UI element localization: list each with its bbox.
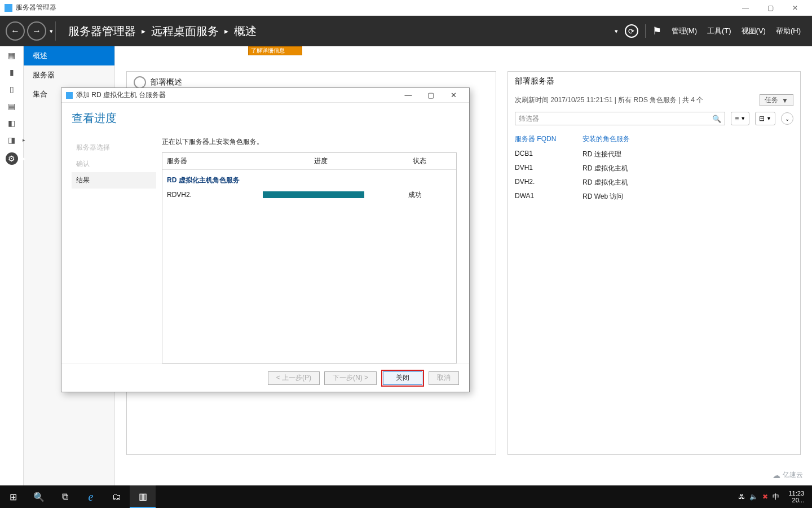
wizard-server-row: RDVH2. 成功 xyxy=(167,189,452,201)
menu-help[interactable]: 帮助(H) xyxy=(776,26,801,36)
taskbar: ⊞ 🔍 ⧉ e 🗂 ▥ 🖧 🔈 ✖ 中 11:2320... xyxy=(0,485,812,508)
expand-icon[interactable]: ⌄ xyxy=(781,112,793,125)
wizard-close-x-button[interactable]: ✕ xyxy=(442,91,465,99)
wizard-status: 成功 xyxy=(378,190,452,200)
table-row[interactable]: DVH1RD 虚拟化主机 xyxy=(515,161,793,176)
wizard-message: 正在以下服务器上安装角色服务。 xyxy=(162,137,457,147)
panel-right-subtitle: 次刷新时间 2017/10/25 11:21:51 | 所有 RDS 角色服务 … xyxy=(515,95,703,105)
wizard-subtitle: 查看进度 xyxy=(61,103,469,132)
header-bar: ← → ▾ 服务器管理器 ▸ 远程桌面服务 ▸ 概述 ▾ ⟳ ⚑ 管理(M) 工… xyxy=(0,16,812,46)
tray-volume-icon[interactable]: 🔈 xyxy=(749,493,758,501)
refresh-icon[interactable]: ⟳ xyxy=(625,24,638,38)
panel-right-title: 部署服务器 xyxy=(515,76,554,86)
notifications-flag-icon[interactable]: ⚑ xyxy=(652,25,661,37)
panel-left-title: 部署概述 xyxy=(151,77,182,87)
crumb-rds[interactable]: 远程桌面服务 xyxy=(151,24,219,39)
header-dropdown-icon[interactable]: ▾ xyxy=(615,28,618,35)
window-title: 服务器管理器 xyxy=(16,3,56,12)
maximize-button[interactable]: ▢ xyxy=(758,0,783,16)
minimize-button[interactable]: — xyxy=(733,0,758,16)
nav-forward-button[interactable]: → xyxy=(27,21,46,41)
table-row[interactable]: DCB1RD 连接代理 xyxy=(515,147,793,161)
rail-selected-icon[interactable]: ⚙▸ xyxy=(6,152,18,165)
header-icons: ▾ ⟳ ⚑ xyxy=(615,24,661,38)
start-button[interactable]: ⊞ xyxy=(0,485,26,508)
wizard-footer: < 上一步(P) 下一步(N) > 关闭 取消 xyxy=(61,364,469,392)
watermark: ☁亿速云 xyxy=(767,467,809,483)
filter-placeholder: 筛选器 xyxy=(519,114,539,124)
menu-tools[interactable]: 工具(T) xyxy=(707,26,731,36)
wiz-col-progress: 进度 xyxy=(258,153,383,169)
wizard-minimize-button[interactable]: — xyxy=(397,91,420,99)
wizard-server-name: RDVH2. xyxy=(167,189,263,201)
rail-file-icon[interactable]: ▤ xyxy=(6,102,17,111)
rail-local-icon[interactable]: ▮ xyxy=(6,68,17,77)
crumb-overview[interactable]: 概述 xyxy=(234,24,257,39)
add-rdvh-wizard: 添加 RD 虚拟化主机 台服务器 — ▢ ✕ 查看进度 服务器选择 确认 结果 … xyxy=(61,87,470,392)
rail-all-icon[interactable]: ▯ xyxy=(6,85,17,94)
icon-rail: ▦ ▮ ▯ ▤ ◧ ◨▸ ⚙▸ xyxy=(0,46,24,485)
wizard-steps: 服务器选择 确认 结果 xyxy=(72,132,156,364)
tray-alert-icon[interactable]: ✖ xyxy=(762,493,768,501)
menu-manage[interactable]: 管理(M) xyxy=(672,26,698,36)
taskbar-search-icon[interactable]: 🔍 xyxy=(26,485,52,508)
nav-arrows: ← → ▾ xyxy=(0,16,58,46)
wizard-next-button: 下一步(N) > xyxy=(324,371,377,385)
search-icon[interactable]: 🔍 xyxy=(712,115,721,123)
wizard-prev-button: < 上一步(P) xyxy=(268,371,320,385)
col-role[interactable]: 安装的角色服务 xyxy=(582,134,630,144)
table-row[interactable]: DWA1RD Web 访问 xyxy=(515,190,793,204)
wizard-titlebar: 添加 RD 虚拟化主机 台服务器 — ▢ ✕ xyxy=(61,88,469,103)
crumb-sep-icon: ▸ xyxy=(142,27,145,36)
tray-clock[interactable]: 11:2320... xyxy=(784,490,809,503)
rail-dashboard-icon[interactable]: ▦ xyxy=(6,51,17,60)
nav-dropdown-icon[interactable]: ▾ xyxy=(50,28,53,35)
close-button[interactable]: ✕ xyxy=(783,0,807,16)
wizard-results-table: 服务器 进度 状态 RD 虚拟化主机角色服务 RDVH2. 成功 xyxy=(162,152,457,364)
wizard-icon xyxy=(66,92,73,99)
rail-hyperv-icon[interactable]: ◧ xyxy=(6,119,17,128)
view-pill-1[interactable]: ≡▼ xyxy=(731,112,749,125)
nav-back-button[interactable]: ← xyxy=(6,21,25,41)
window-titlebar: 服务器管理器 — ▢ ✕ xyxy=(0,0,812,16)
wizard-close-button[interactable]: 关闭 xyxy=(383,371,422,385)
wizard-maximize-button[interactable]: ▢ xyxy=(420,91,442,99)
task-view-icon[interactable]: ⧉ xyxy=(52,485,78,508)
wizard-role-heading: RD 虚拟化主机角色服务 xyxy=(167,176,452,185)
breadcrumb: 服务器管理器 ▸ 远程桌面服务 ▸ 概述 xyxy=(68,24,257,39)
explorer-icon[interactable]: 🗂 xyxy=(104,485,130,508)
tray-ime[interactable]: 中 xyxy=(773,492,779,502)
wizard-close-highlight: 关闭 xyxy=(381,370,424,387)
wizard-step-results: 结果 xyxy=(72,172,156,189)
header-menu: 管理(M) 工具(T) 视图(V) 帮助(H) xyxy=(672,26,801,36)
progress-bar xyxy=(263,191,364,198)
col-fqdn[interactable]: 服务器 FQDN xyxy=(515,134,582,144)
info-banner-fragment[interactable]: 了解详细信息 xyxy=(248,46,302,55)
table-row[interactable]: DVH2.RD 虚拟化主机 xyxy=(515,176,793,190)
sidebar-item-servers[interactable]: 服务器 xyxy=(24,65,114,85)
menu-view[interactable]: 视图(V) xyxy=(742,26,766,36)
app-icon xyxy=(5,4,12,12)
wizard-cancel-button: 取消 xyxy=(429,371,459,385)
filter-input[interactable]: 筛选器 🔍 xyxy=(515,112,725,125)
panel-icon xyxy=(134,76,146,89)
wizard-step-confirm: 确认 xyxy=(72,156,156,172)
wiz-col-status: 状态 xyxy=(383,153,456,169)
sidebar-item-overview[interactable]: 概述 xyxy=(24,46,114,65)
ie-icon[interactable]: e xyxy=(78,485,104,508)
crumb-sep-icon: ▸ xyxy=(224,27,228,36)
wizard-title: 添加 RD 虚拟化主机 台服务器 xyxy=(76,90,166,100)
tasks-dropdown[interactable]: 任务▼ xyxy=(760,94,793,106)
crumb-root[interactable]: 服务器管理器 xyxy=(68,24,136,39)
rail-rds-icon[interactable]: ◨▸ xyxy=(6,135,17,144)
tray-network-icon[interactable]: 🖧 xyxy=(738,493,745,501)
deployment-servers-panel: 部署服务器 次刷新时间 2017/10/25 11:21:51 | 所有 RDS… xyxy=(508,71,801,455)
server-manager-taskbar-icon[interactable]: ▥ xyxy=(130,485,156,508)
system-tray: 🖧 🔈 ✖ 中 11:2320... xyxy=(738,490,812,503)
view-pill-2[interactable]: ⊟▼ xyxy=(755,112,775,125)
wizard-step-server-select: 服务器选择 xyxy=(72,139,156,156)
wiz-col-server: 服务器 xyxy=(162,153,258,169)
